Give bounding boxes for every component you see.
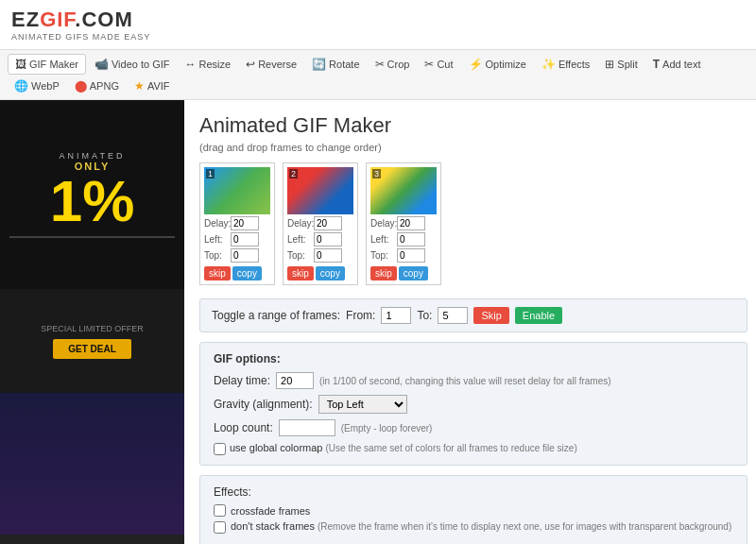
frame-3-delay-label: Delay: [370, 218, 397, 229]
gravity-row: Gravity (alignment): Top Left Top Top Ri… [214, 395, 733, 414]
frame-1-delay-input[interactable] [231, 216, 259, 230]
toggle-range-from-input[interactable] [381, 307, 411, 324]
nav-split[interactable]: ⊞ Split [598, 55, 644, 74]
frame-2-left-input[interactable] [314, 232, 342, 246]
loop-input[interactable] [279, 419, 335, 436]
frame-1-left-label: Left: [204, 234, 231, 245]
nav-bar: 🖼 GIF Maker 📹 Video to GIF ↔ Resize ↩ Re… [0, 50, 756, 100]
frame-3-left-row: Left: [370, 232, 437, 246]
sidebar-ad-3 [0, 393, 184, 535]
gif-options-section: GIF options: Delay time: (in 1/100 of se… [199, 342, 747, 466]
effects-section: Effects: crossfade frames don't stack fr… [199, 475, 747, 544]
frame-2-skip-btn[interactable]: skip [287, 266, 314, 280]
frame-1-top-label: Top: [204, 250, 231, 261]
sidebar-ad1-pct: 1% [50, 172, 135, 230]
nav-reverse[interactable]: ↩ Reverse [239, 55, 303, 74]
nav-video-to-gif[interactable]: 📹 Video to GIF [88, 55, 177, 74]
frame-3-copy-btn[interactable]: copy [399, 266, 428, 280]
toggle-skip-btn[interactable]: Skip [473, 307, 508, 324]
nav-crop[interactable]: ✂ Crop [369, 55, 417, 74]
frame-2-top-row: Top: [287, 248, 353, 263]
colormap-label: use global colormap [230, 442, 322, 453]
frame-1-thumb[interactable]: 1 [204, 167, 270, 214]
nav-resize[interactable]: ↔ Resize [179, 55, 238, 74]
frame-2-left-row: Left: [287, 232, 353, 246]
dont-stack-checkbox[interactable] [214, 521, 226, 534]
cut-icon: ✂ [424, 58, 434, 71]
frame-1-copy-btn[interactable]: copy [232, 266, 262, 280]
loop-label: Loop count: [214, 421, 273, 434]
nav-gif-maker[interactable]: 🖼 GIF Maker [8, 54, 86, 75]
main-content: Animated GIF Maker (drag and drop frames… [184, 100, 756, 544]
apng-icon: ⬤ [75, 79, 87, 93]
frame-3-num: 3 [372, 169, 381, 178]
resize-icon: ↔ [185, 58, 197, 71]
crossfade-row: crossfade frames [214, 504, 733, 517]
effects-icon: ✨ [541, 58, 556, 71]
logo-area: EZGIF.COM ANIMATED GIFS MADE EASY [11, 8, 150, 42]
frame-1-btns: skip copy [204, 266, 270, 280]
toggle-range-from-label: From: [346, 309, 375, 322]
frame-3-delay-input[interactable] [397, 216, 425, 230]
nav-apng[interactable]: ⬤ APNG [68, 76, 126, 95]
frame-2: 2 Delay: Left: Top: skip copy [283, 162, 358, 285]
colormap-checkbox[interactable] [214, 443, 226, 455]
frame-3: 3 Delay: Left: Top: skip copy [366, 162, 441, 285]
frame-2-top-label: Top: [287, 250, 314, 261]
nav-gif-maker-label: GIF Maker [29, 59, 78, 70]
colormap-row: use global colormap (Use the same set of… [214, 442, 733, 455]
frame-2-thumb[interactable]: 2 [287, 167, 353, 214]
frame-2-copy-btn[interactable]: copy [316, 266, 345, 280]
frame-2-delay-input[interactable] [314, 216, 342, 230]
frame-2-top-input[interactable] [314, 248, 342, 263]
nav-cut[interactable]: ✂ Cut [418, 55, 459, 74]
reverse-icon: ↩ [246, 58, 255, 71]
gravity-select[interactable]: Top Left Top Top Right Left Center Right… [318, 395, 407, 414]
drag-hint: (drag and drop frames to change order) [199, 142, 747, 153]
frame-1-left-row: Left: [204, 232, 270, 246]
nav-add-text[interactable]: T Add text [646, 55, 708, 74]
nav-add-text-label: Add text [662, 59, 700, 70]
sidebar-ad2-btn[interactable]: GET DEAL [53, 339, 131, 359]
frame-2-btns: skip copy [287, 266, 353, 280]
nav-avif[interactable]: ★ AVIF [128, 76, 177, 95]
logo[interactable]: EZGIF.COM [11, 8, 150, 32]
colormap-hint: (Use the same set of colors for all fram… [326, 443, 577, 453]
frame-3-btns: skip copy [370, 266, 437, 280]
delay-input[interactable] [276, 372, 314, 389]
add-text-icon: T [653, 58, 660, 71]
frame-3-thumb[interactable]: 3 [370, 167, 437, 214]
frame-1-delay-row: Delay: [204, 216, 270, 230]
frame-1-top-input[interactable] [231, 248, 259, 263]
nav-webp[interactable]: 🌐 WebP [8, 76, 66, 95]
nav-resize-label: Resize [199, 59, 232, 70]
toggle-range-section: Toggle a range of frames: From: To: Skip… [199, 298, 747, 332]
nav-webp-label: WebP [31, 80, 60, 92]
logo-subtitle: ANIMATED GIFS MADE EASY [11, 32, 150, 42]
nav-reverse-label: Reverse [258, 59, 297, 70]
frame-3-left-input[interactable] [397, 232, 425, 246]
nav-optimize[interactable]: ⚡ Optimize [462, 55, 533, 74]
frame-3-top-input[interactable] [397, 248, 425, 263]
delay-row: Delay time: (in 1/100 of second, changin… [214, 372, 733, 389]
frame-2-num: 2 [289, 169, 298, 178]
toggle-range-to-input[interactable] [438, 307, 468, 324]
avif-icon: ★ [134, 79, 145, 93]
dont-stack-label: don't stack frames [231, 520, 315, 532]
frame-1-left-input[interactable] [231, 232, 259, 246]
crop-icon: ✂ [375, 58, 385, 71]
toggle-enable-btn[interactable]: Enable [515, 307, 562, 324]
rotate-icon: 🔄 [312, 58, 326, 71]
nav-rotate[interactable]: 🔄 Rotate [305, 55, 366, 74]
frame-3-top-label: Top: [370, 250, 397, 261]
nav-optimize-label: Optimize [486, 59, 526, 70]
frame-1-skip-btn[interactable]: skip [204, 266, 231, 280]
logo-gif: GIF [40, 8, 75, 31]
frames-container: 1 Delay: Left: Top: skip copy [199, 162, 747, 285]
frame-3-skip-btn[interactable]: skip [370, 266, 397, 280]
nav-cut-label: Cut [437, 59, 453, 70]
frame-2-delay-label: Delay: [287, 218, 314, 229]
frame-1-delay-label: Delay: [204, 218, 231, 229]
nav-effects[interactable]: ✨ Effects [535, 55, 596, 74]
crossfade-checkbox[interactable] [214, 504, 226, 517]
